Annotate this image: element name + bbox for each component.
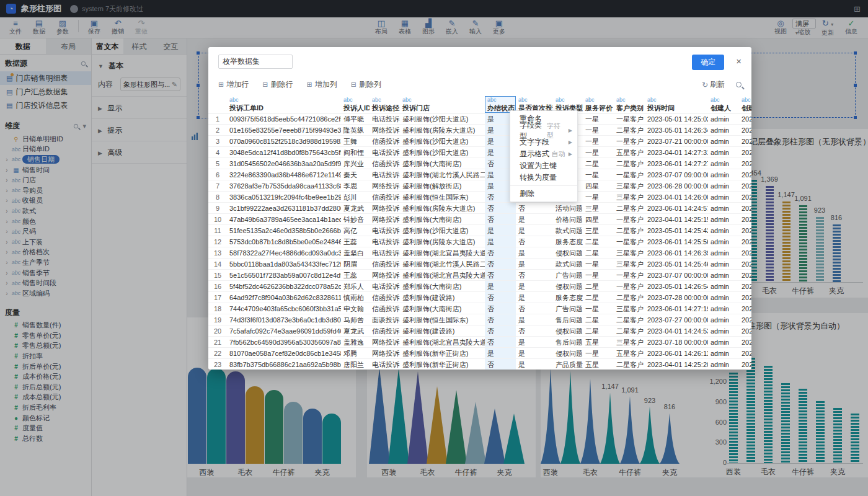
- column-header-投诉门店[interactable]: abc投诉门店: [400, 96, 485, 113]
- cell[interactable]: 电话投诉: [370, 359, 400, 370]
- cell[interactable]: 盛利服饰(大南街店): [400, 303, 485, 314]
- menu-item-delete[interactable]: 删除: [510, 188, 577, 200]
- cell[interactable]: 网络投诉: [370, 180, 400, 191]
- cell[interactable]: 盛利服饰(湖北竹溪人民路二店): [400, 259, 485, 269]
- cell[interactable]: 2023: [739, 259, 751, 269]
- cell[interactable]: 是: [516, 337, 553, 347]
- cell[interactable]: 否: [485, 326, 516, 336]
- cell[interactable]: 47ab49b6a3789a465ee3aca14b1aedbf: [227, 214, 341, 224]
- cell[interactable]: 2023-06-01 14:26:39: [645, 247, 708, 258]
- cell[interactable]: 2023-06-01 14:27:19: [645, 303, 708, 314]
- cell[interactable]: 彭川: [341, 192, 370, 202]
- cell[interactable]: 夏龙武: [341, 326, 370, 336]
- cell[interactable]: 盛利服饰(沙阳大道店): [400, 225, 485, 236]
- cell[interactable]: 2023: [739, 270, 751, 280]
- cell[interactable]: 盛利服饰(大南街店): [400, 281, 485, 291]
- cell[interactable]: 2023: [739, 214, 751, 224]
- cell[interactable]: 3836ca0513219fc2094fc4be9ee1b291: [227, 192, 341, 202]
- cell[interactable]: 2023-05-01 14:26:34: [645, 125, 708, 135]
- cell[interactable]: 王蕊: [341, 236, 370, 247]
- cell[interactable]: 网络投诉: [370, 125, 400, 135]
- cell[interactable]: admin: [708, 214, 739, 224]
- cell[interactable]: 三星: [583, 225, 614, 236]
- cell[interactable]: 五星: [583, 359, 614, 370]
- close-icon[interactable]: ×: [736, 56, 742, 66]
- search-icon[interactable]: [736, 82, 742, 87]
- cell[interactable]: 是: [516, 281, 553, 291]
- cell[interactable]: 三星客户: [614, 180, 645, 191]
- column-header-投诉时间[interactable]: abc投诉时间: [645, 96, 708, 113]
- cell[interactable]: 否: [485, 259, 516, 269]
- cell[interactable]: 信函投诉: [370, 259, 400, 269]
- cell[interactable]: 盛利服饰(沙阳大道店): [400, 147, 485, 157]
- cell[interactable]: 否: [485, 314, 516, 325]
- cell[interactable]: 7fb562bc64590d3956a530356097a82b: [227, 337, 341, 347]
- cell[interactable]: 2023: [739, 247, 751, 258]
- cell[interactable]: 2023-04-01 14:25:15: [645, 214, 708, 224]
- cell[interactable]: 二星客户: [614, 326, 645, 336]
- cell[interactable]: 款式问题: [553, 225, 583, 236]
- cell[interactable]: 网络投诉: [370, 214, 400, 224]
- cell[interactable]: 侵权问题: [553, 326, 583, 336]
- cell[interactable]: 广告问题: [553, 270, 583, 280]
- cell[interactable]: 售后问题: [553, 337, 583, 347]
- cell[interactable]: 一星: [583, 113, 614, 124]
- cell[interactable]: admin: [708, 147, 739, 157]
- cell[interactable]: 2023: [739, 348, 751, 358]
- cell[interactable]: admin: [708, 225, 739, 236]
- column-header-服务评价[interactable]: abc服务评价: [583, 96, 614, 113]
- menu-item-display-format[interactable]: 显示格式自动▶: [510, 148, 577, 160]
- cell[interactable]: 服务态度: [553, 292, 583, 303]
- cell[interactable]: 否: [485, 270, 516, 280]
- cell[interactable]: 3224e863390ad36b4486e6712e1149e7: [227, 169, 341, 180]
- cell[interactable]: 5e1c56501f7283ab59a007c8d12e4d9b: [227, 270, 341, 280]
- cell[interactable]: 网络投诉: [370, 203, 400, 213]
- cell[interactable]: admin: [708, 292, 739, 303]
- cell[interactable]: 慎雨柏: [341, 292, 370, 303]
- cell[interactable]: 一星: [583, 125, 614, 135]
- cell[interactable]: 2023-05-01 14:25:42: [645, 225, 708, 236]
- cell[interactable]: 傅平晓: [341, 113, 370, 124]
- cell[interactable]: 信函投诉: [370, 326, 400, 336]
- cell[interactable]: 2023-07-07 00:00:00: [645, 270, 708, 280]
- cell[interactable]: 一星: [583, 348, 614, 358]
- cell[interactable]: 李思: [341, 180, 370, 191]
- cell[interactable]: 2023: [739, 359, 751, 370]
- cell[interactable]: 二星: [583, 326, 614, 336]
- confirm-button[interactable]: 确定: [692, 55, 724, 70]
- cell[interactable]: 否: [485, 303, 516, 314]
- cell[interactable]: 2023-05-01 14:25:02: [645, 113, 708, 124]
- menu-item-text-field[interactable]: 文字字段▶: [510, 136, 577, 148]
- cell[interactable]: 阴眉: [341, 259, 370, 269]
- cell[interactable]: 二星客户: [614, 292, 645, 303]
- cell[interactable]: 是: [516, 225, 553, 236]
- cell[interactable]: 2023: [739, 125, 751, 135]
- cell[interactable]: admin: [708, 337, 739, 347]
- cell[interactable]: 2023: [739, 169, 751, 180]
- menu-item-set-primary-key[interactable]: 设置为主键: [510, 160, 577, 172]
- cell[interactable]: 阎和悝: [341, 147, 370, 157]
- cell[interactable]: 一星客户: [614, 236, 645, 247]
- cell[interactable]: 一星: [583, 136, 614, 146]
- del-col-button[interactable]: ⊟删除列: [351, 79, 381, 90]
- cell[interactable]: 产品质量: [553, 359, 583, 370]
- menu-item-field-type[interactable]: 字段类型字符型▶: [510, 125, 577, 136]
- cell[interactable]: 二星客户: [614, 225, 645, 236]
- cell[interactable]: 2023-06-01 14:26:11: [645, 348, 708, 358]
- cell[interactable]: 一星客户: [614, 270, 645, 280]
- cell[interactable]: 是: [485, 281, 516, 291]
- cell[interactable]: 盛利服饰(恒生国际东): [400, 314, 485, 325]
- column-header-客户类别[interactable]: abc客户类别: [614, 96, 645, 113]
- cell[interactable]: 盛利服饰(湖北宜昌夷陵大道二店): [400, 337, 485, 347]
- cell[interactable]: 2023: [739, 136, 751, 146]
- cell[interactable]: 2023-06-01 14:24:57: [645, 203, 708, 213]
- cell[interactable]: 否: [516, 270, 553, 280]
- cell[interactable]: 否: [485, 292, 516, 303]
- cell[interactable]: 王蕊: [341, 270, 370, 280]
- cell[interactable]: 2023: [739, 225, 751, 236]
- cell[interactable]: admin: [708, 203, 739, 213]
- menu-item-convert-to-measure[interactable]: 转换为度量: [510, 172, 577, 184]
- cell[interactable]: 高亿: [341, 225, 370, 236]
- cell[interactable]: 二星: [583, 158, 614, 169]
- cell[interactable]: 电话投诉: [370, 113, 400, 124]
